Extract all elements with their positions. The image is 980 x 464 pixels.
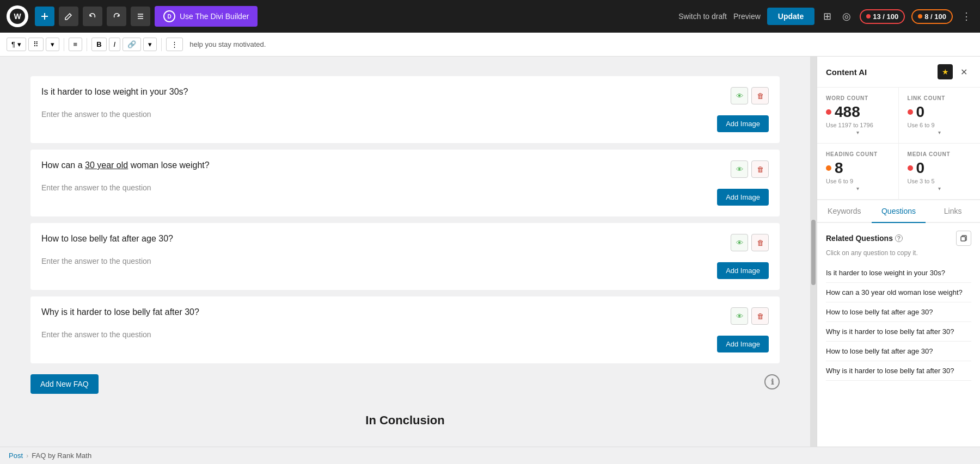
related-copy-all-button[interactable] — [956, 231, 971, 246]
faq-item-1-eye-button[interactable]: 👁 — [731, 87, 748, 104]
more-rich-text-button[interactable]: ▾ — [143, 38, 157, 51]
sidebar-star-button[interactable]: ★ — [938, 64, 953, 79]
bold-button[interactable]: B — [91, 38, 106, 51]
link-button[interactable]: 🔗 — [122, 38, 141, 51]
heading-count-number: 8 — [835, 159, 843, 177]
related-question-3[interactable]: How to lose belly fat after age 30? — [826, 302, 971, 322]
more-options-button[interactable]: ⋮ — [959, 8, 973, 24]
tab-keywords[interactable]: Keywords — [817, 200, 872, 223]
faq-item-2-actions: 👁 🗑 — [731, 160, 769, 178]
edit-button[interactable] — [59, 7, 78, 26]
breadcrumb-post-link[interactable]: Post — [9, 451, 23, 460]
add-new-faq-button[interactable]: Add New FAQ — [30, 374, 99, 394]
paragraph-format-button[interactable]: ¶ ▾ — [7, 38, 26, 51]
editor-area[interactable]: Is it harder to lose weight in your 30s?… — [0, 57, 810, 447]
related-question-4[interactable]: Why is it harder to lose belly fat after… — [826, 322, 971, 342]
faq-item-1-delete-button[interactable]: 🗑 — [751, 87, 769, 104]
italic-button[interactable]: I — [109, 38, 121, 51]
related-question-2[interactable]: How can a 30 year old woman lose weight? — [826, 283, 971, 302]
redo-button[interactable] — [107, 7, 126, 26]
related-questions-header: Related Questions ? — [826, 231, 971, 246]
faq-item-4-header: Why is it harder to lose belly fat after… — [41, 307, 769, 325]
heading-count-label: HEADING COUNT — [826, 151, 890, 157]
related-question-1[interactable]: Is it harder to lose weight in your 30s? — [826, 263, 971, 283]
sidebar-close-button[interactable]: ✕ — [956, 64, 971, 79]
chevron-down-button[interactable]: ▾ — [46, 38, 59, 51]
drag-handle-button[interactable]: ⠿ — [28, 38, 44, 51]
faq-item-2-eye-button[interactable]: 👁 — [731, 160, 748, 178]
faq-answer-4: Enter the answer to the question — [41, 330, 151, 339]
rank-math-badge[interactable]: 13 / 100 — [860, 9, 905, 24]
faq-item-3-actions: 👁 🗑 — [731, 234, 769, 251]
rank-math-score: 13 / 100 — [873, 13, 898, 21]
faq-answer-3: Enter the answer to the question — [41, 257, 151, 265]
editor-scrollbar[interactable] — [810, 57, 817, 447]
sidebar-title: Content AI — [826, 67, 867, 77]
seo-badge[interactable]: 8 / 100 — [911, 9, 953, 24]
layout-icon-button[interactable]: ⊞ — [821, 8, 834, 24]
toolbar-right: Switch to draft Preview Update ⊞ ◎ 13 / … — [678, 8, 973, 25]
link-count-value: 0 — [908, 103, 972, 121]
wordpress-logo[interactable]: W — [7, 5, 28, 27]
secondary-toolbar: ¶ ▾ ⠿ ▾ ≡ B I 🔗 ▾ ⋮ help you stay motiva… — [0, 33, 980, 57]
faq-item-3-header: How to lose belly fat after age 30? 👁 🗑 — [41, 234, 769, 251]
info-icon-button[interactable]: ℹ — [764, 374, 780, 389]
link-count-hint: Use 6 to 9 — [908, 122, 972, 128]
faq-item-1-add-image-button[interactable]: Add Image — [717, 115, 769, 132]
underlined-text: 30 year old — [85, 160, 128, 170]
update-button[interactable]: Update — [767, 8, 814, 25]
related-question-5[interactable]: How to lose belly fat after age 30? — [826, 342, 971, 361]
faq-item-3-add-image-button[interactable]: Add Image — [717, 262, 769, 279]
scroll-thumb[interactable] — [811, 220, 816, 285]
faq-item-4-eye-button[interactable]: 👁 — [731, 307, 748, 325]
faq-item-4-add-image-button[interactable]: Add Image — [717, 336, 769, 352]
media-count-value: 0 — [908, 159, 972, 177]
editor-text-hint: help you stay motivated. — [189, 40, 266, 48]
use-divi-builder-button[interactable]: D Use The Divi Builder — [155, 6, 258, 27]
faq-item-2: How can a 30 year old woman lose weight?… — [30, 150, 780, 216]
faq-container: Is it harder to lose weight in your 30s?… — [22, 67, 788, 403]
media-count-number: 0 — [916, 159, 925, 177]
options-button[interactable]: ⋮ — [166, 38, 183, 51]
tab-questions[interactable]: Questions — [872, 200, 926, 223]
heading-count-dot — [826, 165, 831, 171]
list-view-button[interactable] — [131, 7, 150, 26]
faq-item-3-eye-button[interactable]: 👁 — [731, 234, 748, 251]
tab-links[interactable]: Links — [926, 200, 980, 223]
faq-item-1-header: Is it harder to lose weight in your 30s?… — [41, 87, 769, 104]
faq-item-4-delete-button[interactable]: 🗑 — [751, 307, 769, 325]
related-question-6[interactable]: Why is it harder to lose belly fat after… — [826, 361, 971, 381]
faq-item-1-content: Enter the answer to the question Add Ima… — [41, 110, 769, 132]
word-count-expand[interactable]: ▾ — [826, 129, 890, 135]
wp-logo-inner: W — [10, 9, 25, 24]
faq-item-4-actions: 👁 🗑 — [731, 307, 769, 325]
heading-count-expand[interactable]: ▾ — [826, 185, 890, 191]
media-count-expand[interactable]: ▾ — [908, 185, 972, 191]
sidebar-header-actions: ★ ✕ — [938, 64, 971, 79]
add-block-button[interactable] — [35, 7, 54, 26]
seo-score: 8 / 100 — [924, 13, 946, 21]
divi-circle-icon: D — [163, 10, 175, 22]
switch-to-draft-button[interactable]: Switch to draft — [678, 12, 727, 21]
breadcrumb-separator: › — [26, 451, 28, 460]
stats-grid: WORD COUNT 488 Use 1197 to 1796 ▾ LINK C… — [817, 88, 980, 200]
related-questions-label: Related Questions — [826, 234, 893, 243]
faq-item-3-delete-button[interactable]: 🗑 — [751, 234, 769, 251]
faq-answer-1: Enter the answer to the question — [41, 110, 151, 119]
faq-item-2-content: Enter the answer to the question Add Ima… — [41, 183, 769, 206]
word-count-label: WORD COUNT — [826, 95, 890, 101]
faq-item-4-content: Enter the answer to the question Add Ima… — [41, 330, 769, 352]
undo-button[interactable] — [83, 7, 102, 26]
align-left-button[interactable]: ≡ — [69, 38, 83, 51]
faq-item-2-delete-button[interactable]: 🗑 — [751, 160, 769, 178]
heading-count-value: 8 — [826, 159, 890, 177]
sidebar-tabs: Keywords Questions Links — [817, 200, 980, 223]
heading-count-hint: Use 6 to 9 — [826, 178, 890, 184]
divi-icon-button[interactable]: ◎ — [840, 8, 853, 24]
toolbar-separator-1 — [64, 38, 64, 51]
preview-button[interactable]: Preview — [733, 12, 761, 21]
link-count-expand[interactable]: ▾ — [908, 129, 972, 135]
svg-rect-5 — [961, 237, 965, 241]
faq-item-2-add-image-button[interactable]: Add Image — [717, 189, 769, 206]
word-count-cell: WORD COUNT 488 Use 1197 to 1796 ▾ — [817, 88, 899, 144]
